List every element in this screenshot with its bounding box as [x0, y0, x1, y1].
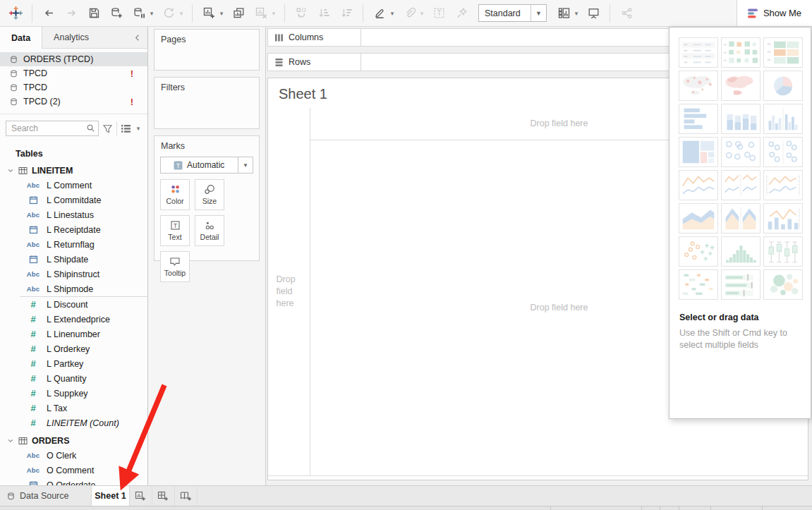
size-button[interactable]: Size — [195, 179, 224, 210]
field-lineitem-count[interactable]: #LINEITEM (Count) — [0, 415, 147, 430]
chevron-down-icon[interactable]: ▾ — [270, 10, 277, 17]
chevron-down-icon[interactable]: ▼ — [238, 157, 253, 173]
chevron-down-icon[interactable]: ▾ — [135, 125, 142, 132]
new-story-tab-button[interactable] — [175, 486, 198, 506]
field-l-quantity[interactable]: #L Quantity — [0, 371, 147, 386]
showme-area-continuous-thumbnail[interactable] — [679, 203, 718, 233]
field-l-linenumber[interactable]: #L Linenumber — [0, 327, 147, 341]
mark-type-dropdown[interactable]: T Automatic ▼ — [160, 157, 253, 174]
data-source-item[interactable]: TPCD (2) ! — [0, 95, 147, 109]
pages-shelf[interactable]: Pages — [154, 29, 260, 71]
new-data-source-button[interactable] — [107, 4, 126, 23]
refresh-data-button[interactable]: ▾ — [159, 4, 185, 23]
show-me-button[interactable]: Show Me — [737, 0, 812, 26]
color-button[interactable]: Color — [160, 179, 190, 210]
pause-data-updates-button[interactable]: ▾ — [130, 4, 155, 23]
table-group-orders[interactable]: ORDERS — [0, 433, 147, 448]
filters-shelf[interactable]: Filters — [154, 77, 260, 129]
collapse-pane-button[interactable] — [133, 27, 147, 48]
showme-stacked-bars-thumbnail[interactable] — [721, 104, 761, 134]
view-options-icon[interactable] — [121, 124, 131, 133]
field-l-commitdate[interactable]: L Commitdate — [0, 193, 147, 207]
show-mark-labels-button[interactable]: T — [430, 4, 448, 23]
showme-lines-discrete-thumbnail[interactable] — [721, 170, 761, 200]
show-hide-cards-button[interactable]: ▾ — [555, 4, 580, 23]
detail-button[interactable]: Detail — [195, 215, 224, 246]
field-o-clerk[interactable]: AbcO Clerk — [0, 448, 147, 463]
sort-descending-button[interactable] — [337, 4, 356, 23]
showme-histogram-thumbnail[interactable] — [721, 236, 761, 267]
field-l-suppkey[interactable]: #L Suppkey — [0, 386, 147, 401]
new-worksheet-button[interactable]: ▾ — [200, 4, 225, 23]
field-l-discount[interactable]: #L Discount — [0, 297, 147, 312]
data-source-item[interactable]: TPCD — [0, 80, 147, 95]
tab-analytics[interactable]: Analytics — [42, 27, 100, 48]
field-l-orderkey[interactable]: #L Orderkey — [0, 341, 147, 356]
showme-bullet-graph-thumbnail[interactable] — [721, 269, 761, 300]
text-button[interactable]: TText — [160, 215, 190, 246]
chevron-down-icon[interactable] — [7, 167, 14, 174]
showme-packed-bubbles-thumbnail[interactable] — [763, 269, 803, 300]
rows-drop-zone[interactable]: Drop field here — [268, 108, 310, 475]
showme-pie-chart-thumbnail[interactable] — [763, 71, 803, 101]
showme-scatter-plot-thumbnail[interactable] — [679, 236, 718, 267]
group-members-button[interactable]: ▾ — [400, 4, 425, 23]
showme-highlight-table-thumbnail[interactable] — [763, 37, 803, 68]
data-source-item[interactable]: ORDERS (TPCD) — [0, 52, 147, 66]
field-l-partkey[interactable]: #L Partkey — [0, 356, 147, 371]
filter-fields-icon[interactable] — [102, 123, 113, 134]
redo-button[interactable] — [62, 4, 80, 23]
sheet-tab-sheet1[interactable]: Sheet 1 — [92, 486, 130, 506]
chevron-down-icon[interactable]: ▾ — [418, 10, 425, 17]
data-source-tab[interactable]: Data Source — [0, 486, 92, 506]
field-o-comment[interactable]: AbcO Comment — [0, 463, 147, 478]
swap-rows-columns-button[interactable] — [292, 4, 310, 23]
chevron-down-icon[interactable]: ▾ — [178, 10, 185, 17]
tab-data[interactable]: Data — [0, 27, 42, 49]
field-l-extendedprice[interactable]: #L Extendedprice — [0, 312, 147, 327]
showme-text-table-thumbnail[interactable] — [679, 37, 718, 68]
sort-ascending-button[interactable] — [315, 4, 333, 23]
chevron-down-icon[interactable]: ▾ — [218, 10, 225, 17]
chevron-down-icon[interactable]: ▾ — [389, 10, 396, 17]
showme-area-discrete-thumbnail[interactable] — [721, 203, 761, 233]
field-l-receiptdate[interactable]: L Receiptdate — [0, 222, 147, 237]
presentation-mode-button[interactable] — [584, 4, 602, 23]
field-l-shipdate[interactable]: L Shipdate — [0, 252, 147, 267]
fit-dropdown[interactable]: Standard▼ — [478, 4, 547, 22]
showme-side-by-side-bars-thumbnail[interactable] — [763, 104, 803, 134]
field-l-linestatus[interactable]: AbcL Linestatus — [0, 207, 147, 222]
showme-filled-map-thumbnail[interactable] — [721, 71, 761, 101]
showme-lines-continuous-thumbnail[interactable] — [679, 170, 718, 200]
duplicate-sheet-button[interactable] — [229, 4, 248, 23]
data-source-item[interactable]: TPCD ! — [0, 66, 147, 80]
chevron-down-icon[interactable]: ▾ — [573, 10, 580, 17]
showme-circle-views-thumbnail[interactable] — [721, 137, 761, 167]
showme-dual-lines-thumbnail[interactable] — [763, 170, 803, 200]
chevron-down-icon[interactable] — [7, 437, 14, 444]
search-input[interactable] — [6, 121, 99, 136]
tooltip-button[interactable]: Tooltip — [160, 251, 190, 282]
showme-dual-combination-thumbnail[interactable] — [763, 203, 803, 233]
field-l-shipinstruct[interactable]: AbcL Shipinstruct — [0, 267, 147, 281]
showme-box-and-whisker-thumbnail[interactable] — [763, 236, 803, 267]
save-button[interactable] — [85, 4, 103, 23]
chevron-down-icon[interactable]: ▾ — [148, 10, 155, 17]
showme-treemap-thumbnail[interactable] — [679, 137, 718, 167]
highlight-button[interactable]: ▾ — [370, 4, 396, 23]
new-dashboard-tab-button[interactable] — [152, 486, 175, 506]
undo-button[interactable] — [40, 4, 58, 23]
showme-heat-map-thumbnail[interactable] — [721, 37, 761, 68]
table-group-lineitem[interactable]: LINEITEM — [0, 163, 147, 178]
fix-axes-button[interactable] — [452, 4, 471, 23]
field-l-returnflag[interactable]: AbcL Returnflag — [0, 237, 147, 252]
showme-side-by-side-circles-thumbnail[interactable] — [763, 137, 803, 167]
showme-horizontal-bars-thumbnail[interactable] — [679, 104, 718, 134]
clear-sheet-button[interactable]: ▾ — [252, 4, 277, 23]
share-button[interactable] — [617, 4, 636, 23]
field-o-orderdate[interactable]: O Orderdate — [0, 478, 147, 485]
new-worksheet-tab-button[interactable] — [130, 486, 152, 506]
field-l-tax[interactable]: #L Tax — [0, 401, 147, 415]
field-l-shipmode[interactable]: AbcL Shipmode — [20, 281, 147, 297]
showme-symbol-map-thumbnail[interactable] — [679, 71, 718, 101]
